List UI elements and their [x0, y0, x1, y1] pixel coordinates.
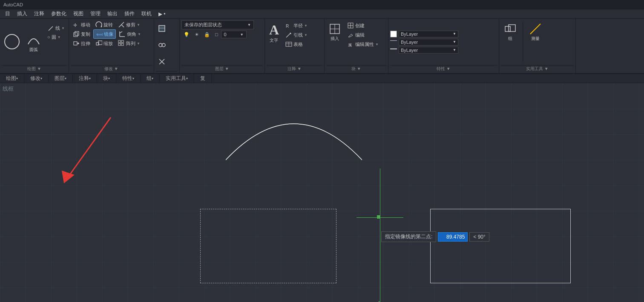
menu-item-mu[interactable]: 目 — [2, 9, 14, 18]
edit-label: 编辑 — [355, 32, 365, 38]
group-btn[interactable]: 组 — [502, 21, 519, 43]
layer-num-arrow[interactable]: ▼ — [240, 33, 244, 37]
insert-btn[interactable]: 插入 — [326, 21, 343, 43]
linetype-select[interactable]: ByLayer ▼ — [399, 39, 458, 46]
rotate-btn[interactable]: 旋转 — [93, 20, 115, 29]
rotate-icon — [95, 21, 102, 28]
layer-num-dropdown[interactable]: 0 ▼ — [221, 31, 247, 38]
array-label: 阵列 — [126, 40, 135, 47]
leader-btn[interactable]: 引线 ▼ — [283, 31, 310, 39]
tab-layers[interactable]: 图层 ▾ — [49, 74, 73, 83]
menu-item-manage[interactable]: 管理 — [87, 9, 104, 18]
svg-marker-26 — [290, 32, 291, 34]
svg-marker-42 — [62, 171, 75, 183]
layer-dropdown[interactable]: 未保存的图层状态 ▼ — [181, 20, 254, 29]
chamfer-icon — [119, 31, 126, 37]
red-arrow — [51, 109, 119, 194]
stretch-btn[interactable]: 拉伸 — [71, 39, 92, 48]
arc-shape — [226, 88, 362, 164]
tooltip-value-input[interactable]: 89.4785 — [438, 232, 468, 242]
layer-sun-btn[interactable]: ☀ — [193, 31, 201, 38]
menu-item-annotation[interactable]: 注释 — [31, 9, 48, 18]
tab-annotation[interactable]: 注释 ▾ — [73, 74, 97, 83]
lineweight-preview — [390, 48, 397, 52]
tab-properties[interactable]: 特性 ▾ — [116, 74, 141, 83]
menu-item-insert[interactable]: 插入 — [14, 9, 31, 18]
tab-groups[interactable]: 组 ▾ — [141, 74, 160, 83]
edit-attr-btn[interactable]: 属 编辑属性 ▼ — [345, 40, 381, 48]
layer-dropdown-arrow[interactable]: ▼ — [247, 23, 251, 27]
layer-on-btn[interactable]: 💡 — [181, 31, 192, 38]
svg-rect-17 — [121, 40, 124, 43]
table-label: 表格 — [293, 41, 303, 48]
mirror-label: 镜像 — [104, 31, 113, 37]
groups-utils-label: 实用工具 ▼ — [501, 65, 574, 72]
svg-line-4 — [121, 25, 124, 27]
svg-rect-6 — [75, 31, 79, 35]
circle-small-btn[interactable]: ○ 圆 ▼ — [45, 33, 67, 41]
explode-btn[interactable] — [156, 57, 168, 66]
line-btn[interactable]: 线 ▼ — [45, 24, 67, 33]
chamfer-dropdown[interactable]: ▼ — [138, 32, 141, 36]
color-row: ByLayer ▼ — [390, 31, 458, 37]
linetype-dropdown-arrow[interactable]: ▼ — [453, 40, 456, 44]
chamfer-btn[interactable]: 倒角 ▼ — [117, 30, 143, 38]
lineweight-dropdown-arrow[interactable]: ▼ — [453, 48, 456, 52]
copy-label: 复制 — [81, 31, 90, 37]
radius-btn[interactable]: R 半径 ▼ — [283, 21, 310, 30]
lineweight-select[interactable]: ByLayer ▼ — [399, 47, 458, 54]
ribbon-group-block: 插入 创建 编辑 属 编辑属性 ▼ 块 ▼ — [325, 19, 388, 73]
tab-modify[interactable]: 修改 ▾ — [24, 74, 49, 83]
layer-dropdown-value: 未保存的图层状态 — [184, 22, 246, 28]
modify-group-label: 修改 ▼ — [71, 65, 152, 72]
menubar: 目 插入 注释 参数化 视图 管理 输出 插件 联机 ▶ • — [0, 9, 644, 19]
text-btn[interactable]: A 文字 — [267, 21, 282, 45]
matchprop-btn[interactable] — [156, 40, 168, 50]
edit-icon — [347, 31, 354, 38]
tab-block[interactable]: 块 ▾ — [97, 74, 116, 83]
canvas-label: 线框 — [3, 85, 14, 93]
scale-btn[interactable]: 缩放 — [93, 39, 115, 48]
layer-box-btn[interactable]: □ — [213, 31, 220, 38]
leader-label: 引线 — [293, 32, 303, 38]
ribbon-group-annotation: A 文字 R 半径 ▼ 引线 ▼ 表格 注释 ▼ — [265, 19, 325, 73]
color-dropdown-arrow[interactable]: ▼ — [453, 32, 456, 36]
create-btn[interactable]: 创建 — [345, 21, 381, 30]
menu-item-extra[interactable]: ▶ • — [155, 10, 169, 18]
scale-label: 缩放 — [104, 40, 113, 47]
line-icon — [47, 25, 54, 32]
solid-rect — [430, 209, 571, 283]
menu-item-view[interactable]: 视图 — [70, 9, 87, 18]
paint-btn[interactable] — [156, 24, 168, 33]
measure-btn[interactable]: 测量 — [527, 21, 544, 43]
color-select[interactable]: ByLayer ▼ — [399, 31, 458, 37]
mirror-btn[interactable]: ⟺ 镜像 — [93, 29, 116, 39]
radius-label: 半径 — [293, 23, 303, 29]
menu-item-online[interactable]: 联机 — [138, 9, 155, 18]
trim-btn[interactable]: 修剪 ▼ — [116, 20, 142, 29]
tab-draw[interactable]: 绘图 ▾ — [0, 74, 24, 83]
menu-item-param[interactable]: 参数化 — [48, 9, 70, 18]
trim-dropdown[interactable]: ▼ — [137, 23, 140, 27]
measure-label: 测量 — [531, 36, 540, 42]
svg-rect-18 — [118, 43, 121, 46]
menu-item-plugin[interactable]: 插件 — [121, 9, 138, 18]
tab-utilities[interactable]: 实用工具 ▾ — [160, 74, 194, 83]
arc-tool-btn[interactable]: 圆弧 — [24, 30, 43, 54]
line-dropdown-arrow[interactable]: ▼ — [61, 26, 65, 30]
tooltip-prompt: 指定镜像线的第二点: — [381, 231, 436, 242]
array-btn[interactable]: 阵列 ▼ — [116, 39, 142, 48]
move-btn[interactable]: ✛ 移动 — [71, 20, 92, 29]
layer-lock-btn[interactable]: 🔒 — [202, 31, 212, 38]
leader-icon — [285, 31, 292, 38]
array-dropdown[interactable]: ▼ — [137, 42, 140, 46]
tab-extra[interactable]: 复 — [194, 74, 212, 83]
circle-dropdown-arrow[interactable]: ▼ — [58, 35, 61, 39]
edit-btn[interactable]: 编辑 — [345, 31, 381, 39]
canvas-area[interactable]: 线框 指定镜像线的第二点: 89.4785 < 90° — [0, 83, 644, 302]
menu-item-output[interactable]: 输出 — [104, 9, 121, 18]
circle-tool-btn[interactable] — [2, 32, 22, 52]
move-label: 移动 — [81, 22, 90, 28]
table-btn[interactable]: 表格 — [283, 40, 310, 48]
copy-btn[interactable]: 复制 — [71, 30, 92, 38]
